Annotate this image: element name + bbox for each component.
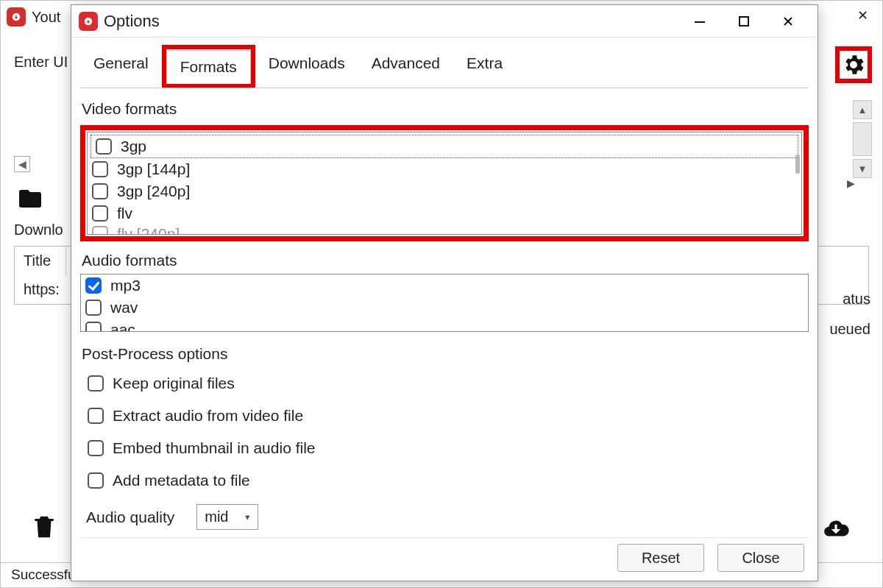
checkbox[interactable] [88,408,104,424]
checkbox[interactable] [92,205,108,222]
cloud-download-icon[interactable] [819,515,853,547]
svg-rect-1 [740,17,748,26]
list-item-label: aac [110,321,135,332]
close-dialog-button[interactable]: Close [717,544,804,572]
checkbox[interactable] [88,375,104,392]
svg-rect-0 [695,21,705,23]
pp-label: Add metadata to file [113,472,250,489]
close-button[interactable] [766,8,810,35]
extract-audio-checkbox[interactable]: Extract audio from video file [80,400,809,432]
main-title: Yout [32,9,60,26]
checkbox[interactable] [88,472,104,489]
embed-thumbnail-checkbox[interactable]: Embed thumbnail in audio file [80,432,809,464]
pp-label: Embed thumbnail in audio file [113,439,316,457]
list-item[interactable]: 3gp [91,135,798,157]
list-item-label: 3gp [144p] [117,160,190,178]
list-item-label: mp3 [110,277,141,294]
tab-formats[interactable]: Formats [166,50,251,84]
add-metadata-checkbox[interactable]: Add metadata to file [80,464,809,497]
tab-advanced[interactable]: Advanced [358,47,453,88]
checkbox[interactable] [88,440,104,456]
inner-scrollbar[interactable] [795,155,800,174]
video-formats-label: Video formats [82,100,807,118]
audio-formats-label: Audio formats [82,252,807,269]
reset-button-label: Reset [642,550,680,567]
audio-quality-row: Audio quality mid ▾ [80,497,809,537]
list-item[interactable]: flv [88,202,801,224]
row-status: ueued [829,321,870,338]
list-item[interactable]: aac [81,319,808,332]
audio-quality-label: Audio quality [86,509,174,526]
list-item-label: 3gp [240p] [117,183,190,200]
list-item-label: wav [110,299,138,316]
post-process-label: Post-Process options [82,345,807,363]
list-item[interactable]: flv [240p] [88,223,801,235]
tab-formats-highlight: Formats [162,45,255,88]
tab-general[interactable]: General [80,47,162,88]
app-icon [7,7,26,26]
audio-quality-select[interactable]: mid ▾ [196,504,258,530]
main-close-icon[interactable]: ✕ [848,4,876,27]
checkbox[interactable] [92,183,108,199]
scroll-left-icon[interactable]: ◀ [14,156,30,172]
maximize-button[interactable] [722,8,766,35]
list-item-label: flv [117,205,132,222]
dialog-title: Options [104,12,160,31]
list-item-label: flv [240p] [117,225,180,235]
list-item[interactable]: wav [81,297,808,319]
dialog-app-icon [79,12,98,31]
list-item[interactable]: 3gp [144p] [88,158,801,180]
col-title: Title [15,247,66,275]
audio-formats-list[interactable]: mp3 wav aac [80,274,809,332]
col-status: atus [843,291,870,308]
reset-button[interactable]: Reset [617,544,704,572]
checkbox[interactable] [85,300,102,316]
trash-icon[interactable] [30,511,58,547]
list-item-label: 3gp [121,138,146,155]
chevron-down-icon: ▾ [245,511,250,523]
keep-original-checkbox[interactable]: Keep original files [80,367,809,400]
dialog-titlebar[interactable]: Options [71,5,818,38]
pp-label: Extract audio from video file [113,407,303,425]
close-button-label: Close [742,550,779,567]
audio-quality-value: mid [205,509,228,525]
tab-extra[interactable]: Extra [453,47,516,88]
tab-bar: General Formats Downloads Advanced Extra [80,46,809,88]
tab-downloads[interactable]: Downloads [255,47,358,88]
list-item[interactable]: 3gp [240p] [88,180,801,202]
options-dialog: Options General Formats Downloads Advanc… [71,4,818,581]
checkbox[interactable] [92,226,108,235]
checkbox[interactable] [92,161,108,177]
pp-label: Keep original files [113,375,235,392]
checkbox[interactable] [96,138,112,155]
checkbox[interactable] [85,277,102,294]
minimize-button[interactable] [678,8,722,35]
status-text: Successfu [11,567,76,582]
video-formats-list[interactable]: 3gp 3gp [144p] 3gp [240p] flv flv [87,132,802,235]
video-formats-highlight: 3gp 3gp [144p] 3gp [240p] flv flv [80,125,809,241]
list-item[interactable]: mp3 [81,274,808,297]
checkbox[interactable] [85,322,102,332]
